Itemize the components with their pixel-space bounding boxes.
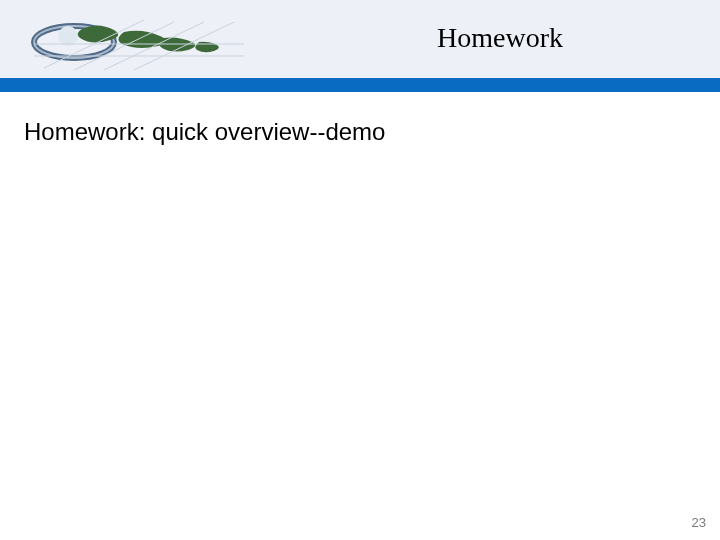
slide-title: Homework <box>300 22 700 54</box>
globe-logo <box>14 8 274 72</box>
page-number: 23 <box>692 515 706 530</box>
accent-bar <box>0 78 720 92</box>
slide: Homework Homework: quick overview--demo … <box>0 0 720 540</box>
svg-point-2 <box>58 26 78 46</box>
body-heading: Homework: quick overview--demo <box>24 118 385 146</box>
header-band: Homework <box>0 0 720 79</box>
